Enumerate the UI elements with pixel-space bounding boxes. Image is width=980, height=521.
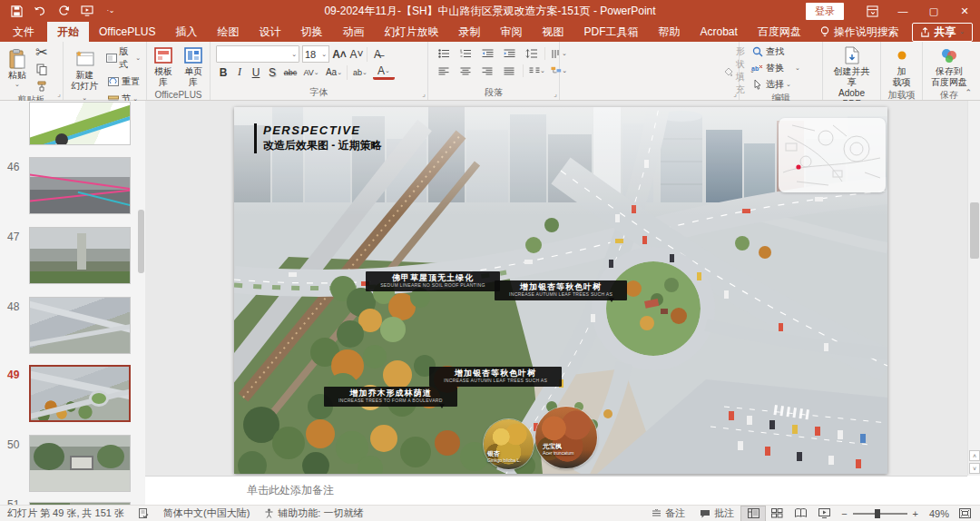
slide-counter[interactable]: 幻灯片 第 49 张, 共 151 张 (0, 506, 132, 521)
zoom-slider-track[interactable] (853, 513, 907, 515)
accessibility-status[interactable]: 辅助功能: 一切就绪 (257, 506, 370, 521)
zoom-percentage[interactable]: 49% (924, 508, 953, 519)
reading-view-button[interactable] (789, 506, 812, 521)
save-to-baidu-button[interactable]: 保存到 百度网盘 (928, 44, 970, 89)
slideshow-view-button[interactable] (812, 506, 836, 521)
tab-view[interactable]: 视图 (532, 22, 573, 42)
restore-button[interactable]: ▢ (918, 0, 949, 22)
find-button[interactable]: 查找 (749, 44, 786, 59)
close-button[interactable]: ✕ (949, 0, 980, 22)
italic-button[interactable]: I (232, 64, 247, 80)
spell-check-icon[interactable] (132, 506, 156, 521)
tab-draw[interactable]: 绘图 (207, 22, 249, 42)
tell-me-search[interactable]: 操作说明搜索 (811, 22, 908, 42)
slide-sorter-view-button[interactable] (765, 506, 789, 521)
shrink-font-button[interactable]: A˅ (349, 46, 364, 62)
tab-animations[interactable]: 动画 (332, 22, 374, 42)
align-left-icon[interactable] (436, 64, 452, 78)
align-right-icon[interactable] (479, 64, 495, 78)
thumbnail-slide-47[interactable] (29, 227, 131, 284)
customize-qat-icon[interactable]: ⸱⌄ (103, 4, 118, 18)
tab-pdf-tools[interactable]: PDF工具箱 (573, 22, 648, 42)
tab-acrobat[interactable]: Acrobat (690, 22, 747, 42)
drawing-dialog-launcher[interactable]: ⌟ (733, 90, 737, 98)
cut-icon[interactable]: ✂ (34, 44, 50, 59)
zoom-slider-thumb[interactable] (875, 509, 880, 518)
justify-icon[interactable] (501, 64, 517, 78)
replace-button[interactable]: ab 替换⌄ (749, 61, 802, 75)
thumbnail-slide-45-partial[interactable] (29, 102, 131, 145)
highlight-color-button[interactable]: ab⌄ (349, 64, 371, 80)
slide-49-canvas[interactable]: PERSPECTIVE 改造后效果图 - 近期策略 佛甲草屋顶无土绿化 SEDU… (234, 107, 887, 474)
thumbnail-slide-46[interactable] (29, 157, 131, 214)
reset-button[interactable]: 重置 (104, 74, 142, 89)
tab-transitions[interactable]: 切换 (290, 22, 332, 42)
next-slide-button[interactable]: ˅ (969, 463, 980, 474)
tab-baidu-netdisk[interactable]: 百度网盘 (748, 22, 811, 42)
share-button[interactable]: 共享 ⌄ (912, 23, 973, 42)
start-slideshow-icon[interactable] (80, 4, 94, 18)
new-slide-button[interactable]: 新建 幻灯片 ⌄ (67, 48, 102, 103)
annotation-ginkgo-upper[interactable]: 增加银杏等秋色叶树 INCREASE AUTUMN LEAF TREES SUC… (495, 280, 627, 300)
bullets-icon[interactable] (436, 46, 452, 61)
format-painter-icon[interactable] (34, 79, 50, 93)
clipboard-dialog-launcher[interactable]: ⌟ (57, 90, 61, 98)
collapse-ribbon-icon[interactable]: ⌃ (965, 88, 972, 97)
tab-slideshow[interactable]: 幻灯片放映 (374, 22, 448, 42)
line-spacing-icon[interactable] (523, 46, 539, 61)
addins-button[interactable]: 加 载项 (888, 44, 916, 89)
thumbnail-slide-48[interactable] (29, 297, 131, 354)
strikethrough-button[interactable]: abc (281, 64, 299, 80)
undo-icon[interactable] (33, 4, 47, 18)
notes-pane[interactable]: 单击此处添加备注 (145, 476, 967, 505)
paste-button[interactable]: 粘贴 ⌄ (4, 48, 31, 89)
tab-officeplus[interactable]: OfficePLUS (89, 22, 165, 42)
annotation-ginkgo-lower[interactable]: 增加银杏等秋色叶树 INCREASE AUTUMN LEAF TREES SUC… (429, 367, 562, 387)
vertical-scrollbar-thumb[interactable] (970, 202, 979, 259)
thumbnail-slide-49-selected[interactable] (29, 365, 131, 422)
font-size-combobox[interactable]: 18⌄ (302, 45, 329, 63)
zoom-out-button[interactable]: − (841, 508, 847, 519)
font-dialog-launcher[interactable]: ⌟ (422, 90, 426, 98)
thumbnail-scrollbar[interactable] (138, 210, 144, 273)
single-page-library-button[interactable]: 单页库 (180, 44, 207, 89)
tab-review[interactable]: 审阅 (490, 22, 532, 42)
character-spacing-button[interactable]: AV⌄ (301, 64, 321, 80)
text-shadow-button[interactable]: S (265, 64, 279, 80)
tab-design[interactable]: 设计 (249, 22, 290, 42)
font-name-combobox[interactable]: ⌄ (216, 45, 299, 63)
copy-icon[interactable] (34, 62, 50, 76)
font-color-button[interactable]: A⌄ (373, 64, 395, 80)
fit-slide-to-window-button[interactable] (953, 506, 976, 521)
notes-toggle[interactable]: 备注 (644, 506, 692, 521)
columns-icon[interactable]: ⌄ (529, 64, 545, 78)
paragraph-dialog-launcher[interactable]: ⌟ (554, 90, 557, 98)
underline-button[interactable]: U (249, 64, 263, 80)
normal-view-button[interactable] (741, 506, 765, 521)
numbering-icon[interactable] (457, 46, 474, 61)
change-case-button[interactable]: Aa⌄ (323, 64, 345, 80)
tab-insert[interactable]: 插入 (165, 22, 207, 42)
layout-button[interactable]: 版式⌄ (104, 44, 142, 72)
comments-toggle[interactable]: 批注 (692, 506, 741, 521)
redo-icon[interactable] (56, 4, 71, 18)
bold-button[interactable]: B (216, 64, 230, 80)
slide-title-block[interactable]: PERSPECTIVE 改造后效果图 - 近期策略 (254, 123, 382, 153)
inset-photo-maple[interactable] (535, 407, 597, 468)
increase-indent-icon[interactable] (501, 46, 517, 61)
thumbnail-slide-50[interactable] (29, 435, 131, 492)
slide-canvas-area[interactable]: PERSPECTIVE 改造后效果图 - 近期策略 佛甲草屋顶无土绿化 SEDU… (145, 101, 967, 476)
tab-record[interactable]: 录制 (448, 22, 490, 42)
minimize-button[interactable]: — (887, 0, 918, 22)
decrease-indent-icon[interactable] (479, 46, 495, 61)
template-library-button[interactable]: 模板库 (150, 44, 177, 89)
location-minimap[interactable] (779, 118, 886, 192)
vertical-scrollbar[interactable]: ˄ ˅ (967, 101, 980, 476)
zoom-in-button[interactable]: + (913, 508, 918, 519)
tab-help[interactable]: 帮助 (648, 22, 690, 42)
tab-home[interactable]: 开始 (47, 22, 89, 42)
clear-formatting-button[interactable]: A̶ (370, 46, 385, 62)
ribbon-display-options-icon[interactable] (857, 0, 887, 22)
align-center-icon[interactable] (457, 64, 474, 78)
login-button[interactable]: 登录 (806, 3, 844, 20)
